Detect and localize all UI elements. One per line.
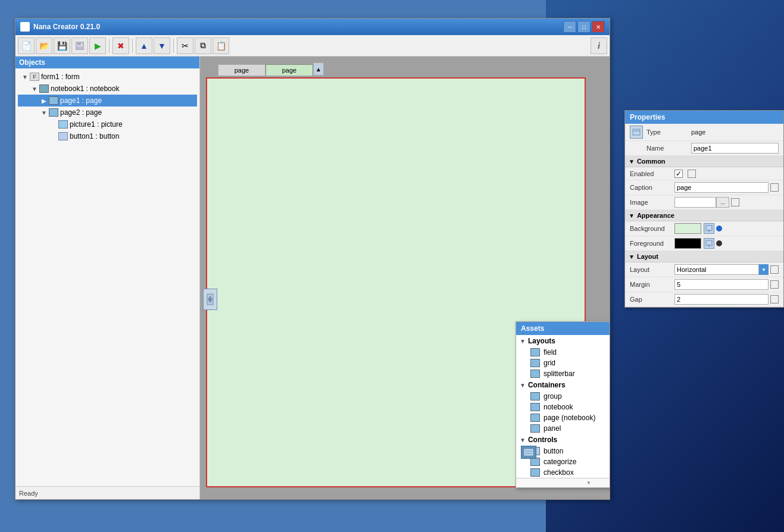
tree-item-button1[interactable]: ▶ button1 : button [18,130,197,142]
caption-extra [770,183,779,192]
toolbar: 📄 📂 💾 ▶ ✖ ▲ ▼ ✂ ⧉ 📋 i [15,35,610,57]
form-icon: F [30,73,39,81]
asset-item-notebook[interactable]: notebook [516,402,610,412]
foreground-color-box[interactable] [674,238,701,249]
cat-arrow-controls: ▼ [520,437,526,443]
asset-item-page-notebook[interactable]: page (notebook) [516,412,610,423]
left-edge-button[interactable] [203,289,217,310]
main-window: Nana Creator 0.21.0 ─ □ ✕ 📄 📂 💾 ▶ ✖ ▲ ▼ … [15,18,610,500]
asset-item-checkbox[interactable]: checkbox [516,467,610,478]
help-button[interactable]: i [591,37,607,54]
category-layouts[interactable]: ▼ Layouts [516,335,610,347]
tree-label-notebook1: notebook1 : notebook [51,85,119,93]
copy-button[interactable]: ⧉ [195,37,211,54]
asset-label-grid: grid [544,359,555,367]
categorize-icon [530,458,540,466]
type-label: Type [646,129,691,136]
assets-header: Assets [516,322,610,335]
image-browse-button[interactable]: ... [716,197,729,208]
page1-icon [49,96,58,105]
category-controls[interactable]: ▼ Controls [516,434,610,446]
canvas-area[interactable]: page page ▲ ▲ ◄ ► ▼ Assets [200,57,610,499]
margin-extra [770,280,779,289]
image-input[interactable] [674,197,716,208]
asset-item-splitterbar[interactable]: splitterbar [516,368,610,379]
tree-area[interactable]: ▼ F form1 : form ▼ notebook1 : notebook … [15,68,199,486]
category-controls-label: Controls [528,436,557,444]
tree-item-form1[interactable]: ▼ F form1 : form [18,71,197,83]
new-button[interactable]: 📄 [18,37,35,54]
margin-input[interactable] [674,279,769,290]
assets-title: Assets [521,324,544,333]
move-down-button[interactable]: ▼ [154,37,170,54]
paste-button[interactable]: 📋 [213,37,229,54]
asset-item-button[interactable]: button [516,446,610,456]
tree-item-page2[interactable]: ▼ page2 : page [18,107,197,118]
caption-input[interactable] [674,182,769,193]
stop-button[interactable]: ✖ [113,37,129,54]
asset-label-splitterbar: splitterbar [544,370,575,378]
title-controls: ─ □ ✕ [563,21,605,33]
asset-label-checkbox: checkbox [544,468,574,477]
minimize-button[interactable]: ─ [563,21,576,33]
asset-item-field[interactable]: field [516,347,610,358]
background-color-btn[interactable] [704,223,714,234]
asset-label-group: group [544,392,562,400]
asset-item-grid[interactable]: grid [516,358,610,368]
objects-panel-title: Objects [19,58,45,67]
tree-arrow-form1[interactable]: ▼ [20,72,30,82]
tree-arrow-notebook1[interactable]: ▼ [30,84,39,93]
name-input[interactable] [691,143,779,154]
foreground-color-btn[interactable] [704,238,714,249]
asset-item-panel[interactable]: panel [516,423,610,434]
properties-panel: Properties Type page Name ▼ Common Enabl… [624,110,784,308]
svg-rect-11 [706,226,712,230]
notebook-asset-icon [530,403,540,411]
gap-input[interactable] [674,294,769,305]
page-notebook-icon [530,414,540,422]
props-icon [630,126,643,139]
tree-item-page1[interactable]: ▶ page1 : page [18,95,197,107]
tab-page2[interactable]: page [266,64,313,76]
assets-panel: Assets ▼ Layouts field [516,321,610,488]
layout-select[interactable]: Horizontal [674,264,759,275]
saveas-button[interactable] [71,37,88,54]
asset-label-panel: panel [544,424,561,433]
open-button[interactable]: 📂 [36,37,52,54]
tab-page1[interactable]: page [218,64,266,76]
move-up-button[interactable]: ▲ [136,37,152,54]
tree-item-notebook1[interactable]: ▼ notebook1 : notebook [18,83,197,95]
props-margin-row: Margin [625,277,783,292]
props-enabled-row: Enabled ✓ [625,167,783,180]
asset-label-button: button [544,447,563,455]
app-icon [20,22,30,32]
assets-scroll-area[interactable]: ▼ Layouts field grid [516,335,610,478]
enabled-checkbox[interactable]: ✓ [674,170,683,178]
section-layout[interactable]: ▼ Layout [625,251,783,262]
category-containers[interactable]: ▼ Containers [516,379,610,391]
tree-item-picture1[interactable]: ▶ picture1 : picture [18,118,197,130]
section-appearance[interactable]: ▼ Appearance [625,210,783,221]
section-common[interactable]: ▼ Common [625,156,783,167]
save-button[interactable]: 💾 [54,37,70,54]
layout-select-arrow[interactable]: ▼ [759,264,769,275]
scroll-down-indicator[interactable]: ▼ [516,478,610,487]
foreground-color-dot [716,240,722,246]
cut-button[interactable]: ✂ [177,37,193,54]
properties-title-label: Properties [630,113,665,121]
tree-arrow-page2[interactable]: ▼ [39,108,49,117]
image-extra [731,198,739,206]
background-color-dot [716,226,722,231]
svg-rect-2 [77,46,83,49]
enabled-label: Enabled [630,170,674,177]
svg-rect-6 [524,449,533,456]
run-button[interactable]: ▶ [89,37,106,54]
tab-scroll-btn[interactable]: ▲ [313,62,324,76]
maximize-button[interactable]: □ [577,21,591,33]
asset-item-group[interactable]: group [516,391,610,402]
close-button[interactable]: ✕ [592,21,605,33]
section-common-label: Common [637,158,666,165]
page2-icon [49,108,58,117]
background-color-box[interactable] [674,223,701,234]
tree-arrow-page1[interactable]: ▶ [39,96,49,105]
